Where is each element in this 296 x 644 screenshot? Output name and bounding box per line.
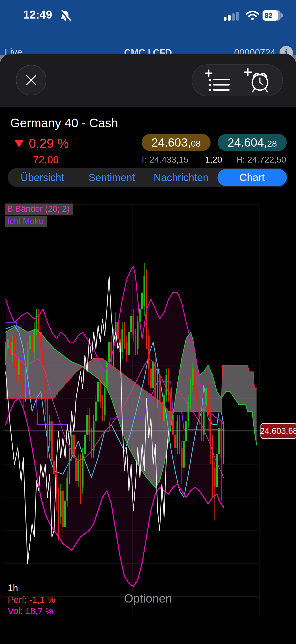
- candle-body: [214, 468, 215, 487]
- candle-body: [18, 359, 20, 375]
- candle-body: [29, 335, 31, 349]
- candle-body: [11, 342, 13, 355]
- instrument-title: Germany 40 - Cash: [10, 116, 118, 130]
- candle-body: [22, 382, 24, 395]
- candle-body: [146, 276, 147, 336]
- chart-options-button[interactable]: Optionen: [97, 591, 199, 605]
- candle-body: [49, 421, 50, 441]
- close-icon: [25, 74, 37, 86]
- buy-price-button[interactable]: 24.604, 28: [218, 134, 287, 151]
- candle-body: [66, 478, 68, 501]
- timeframe-label[interactable]: 1h: [8, 583, 18, 594]
- day-high: H: 24.722,50: [227, 155, 286, 165]
- candle-body: [27, 349, 28, 369]
- candle-body: [77, 461, 79, 481]
- candle-body: [128, 332, 130, 355]
- volatility-label: Vol: 18,7 %: [8, 606, 53, 616]
- candle-body: [223, 428, 224, 457]
- add-price-alert-icon[interactable]: [241, 66, 274, 95]
- candle-body: [210, 415, 211, 441]
- price-chart[interactable]: [0, 0, 296, 644]
- sell-price-button[interactable]: 24.603, 08: [142, 134, 211, 151]
- candle-body: [190, 385, 191, 402]
- candle-body: [102, 402, 103, 415]
- buy-price: 24.604,: [228, 135, 267, 149]
- candle-body: [137, 322, 138, 349]
- modal-header-actions: [192, 64, 283, 96]
- sell-price: 24.603,: [151, 135, 191, 149]
- candle-body: [121, 329, 123, 352]
- app-screen: 12:49 82 Live CMC | CFD 00000724 i: [0, 0, 296, 644]
- series-band: [6, 266, 224, 587]
- candle-body: [89, 415, 90, 435]
- candle-body: [152, 362, 154, 388]
- candle-body: [53, 461, 55, 474]
- candle-body: [99, 382, 101, 402]
- day-low: T: 24.433,15: [140, 155, 188, 165]
- candle-body: [181, 448, 182, 468]
- candle-body: [97, 382, 99, 402]
- candle-body: [31, 335, 33, 352]
- candle-body: [95, 402, 97, 421]
- legend-bollinger[interactable]: B Bänder (20; 2): [5, 204, 73, 215]
- candle-body: [91, 435, 92, 451]
- candle-body: [166, 375, 167, 395]
- candle-body: [47, 402, 48, 441]
- candle-body: [159, 375, 160, 402]
- candle-body: [126, 342, 127, 355]
- candle-body: [185, 421, 187, 441]
- triangle-down-icon: [14, 140, 24, 147]
- candle-body: [192, 369, 194, 385]
- candle-body: [174, 435, 176, 448]
- tab-nachrichten[interactable]: Nachrichten: [146, 169, 216, 186]
- candle-body: [5, 349, 6, 359]
- tab-uebersicht[interactable]: Übersicht: [8, 169, 77, 186]
- candle-body: [212, 441, 213, 468]
- candle-body: [69, 454, 70, 478]
- candle-body: [177, 421, 178, 448]
- candle-body: [25, 369, 26, 395]
- change-absolute: 72,06: [33, 154, 59, 166]
- spread: 1,20: [203, 155, 224, 165]
- candle-body: [58, 494, 59, 517]
- candle-body: [194, 369, 196, 388]
- candle-body: [38, 316, 39, 332]
- tab-bar: Übersicht Sentiment Nachrichten Chart: [8, 168, 288, 187]
- candle-body: [135, 335, 136, 349]
- candle-body: [124, 329, 125, 342]
- candle-body: [148, 335, 150, 368]
- buy-price-fraction: 28: [267, 139, 277, 149]
- candle-body: [196, 388, 198, 402]
- sell-price-fraction: 08: [191, 139, 201, 149]
- candle-body: [143, 276, 145, 306]
- close-button[interactable]: [16, 65, 46, 95]
- candle-body: [183, 441, 185, 468]
- tab-sentiment[interactable]: Sentiment: [77, 169, 147, 186]
- candle-body: [62, 491, 64, 527]
- legend-ichimoku[interactable]: Ichi Moku: [5, 216, 47, 227]
- candle-body: [221, 428, 222, 457]
- add-to-watchlist-icon[interactable]: [202, 69, 233, 93]
- candle-body: [14, 342, 15, 362]
- candle-body: [218, 428, 220, 454]
- candle-body: [33, 329, 35, 352]
- candle-body: [157, 375, 158, 402]
- candle-body: [179, 421, 180, 448]
- candle-body: [216, 454, 218, 487]
- candle-body: [163, 395, 165, 421]
- candle-body: [20, 359, 22, 382]
- candle-body: [84, 435, 86, 454]
- current-price-tag: 24.603,68: [260, 423, 296, 439]
- tab-chart[interactable]: Chart: [217, 169, 287, 186]
- performance-label: Perf: -1,1 %: [8, 595, 55, 605]
- candle-body: [60, 491, 62, 517]
- candle-body: [64, 501, 66, 527]
- candle-body: [133, 316, 134, 336]
- candle-body: [198, 402, 200, 418]
- candle-body: [16, 362, 18, 375]
- candle-body: [141, 293, 143, 309]
- candle-body: [104, 388, 106, 415]
- candle-body: [106, 362, 108, 388]
- candle-body: [80, 461, 81, 488]
- candle-body: [130, 316, 132, 332]
